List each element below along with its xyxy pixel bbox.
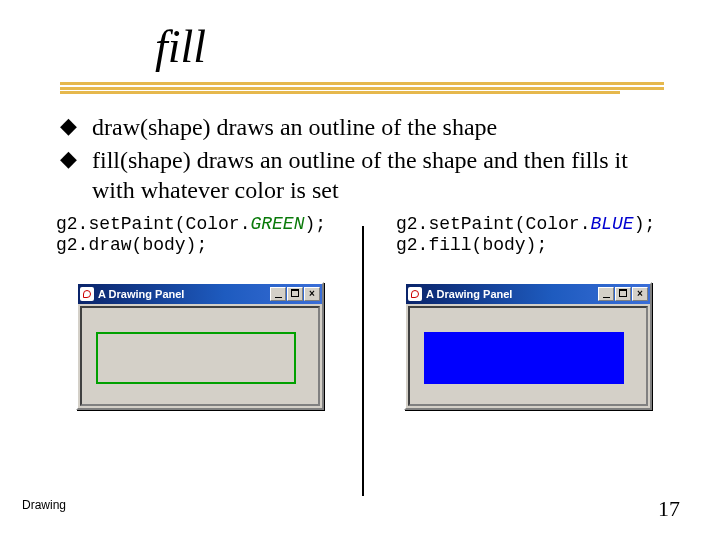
window-titlebar[interactable]: A Drawing Panel × — [406, 284, 650, 304]
rect-outline-green — [96, 332, 296, 384]
rule-stripe — [60, 87, 664, 90]
rule-stripe — [60, 91, 620, 94]
java-icon — [408, 287, 422, 301]
canvas-area — [408, 306, 648, 406]
code-text: g2.fill(body); — [396, 235, 547, 255]
slide: fill ◆ draw(shape) draws an outline of t… — [0, 0, 720, 540]
window-frame: A Drawing Panel × — [76, 282, 324, 410]
bullet-item: ◆ draw(shape) draws an outline of the sh… — [60, 112, 670, 143]
window-left: A Drawing Panel × — [76, 282, 324, 410]
maximize-button[interactable] — [615, 287, 631, 301]
minimize-icon — [603, 297, 610, 298]
minimize-button[interactable] — [598, 287, 614, 301]
rect-filled-blue — [424, 332, 624, 384]
close-button[interactable]: × — [632, 287, 648, 301]
code-text: g2.draw(body); — [56, 235, 207, 255]
bullet-item: ◆ fill(shape) draws an outline of the sh… — [60, 145, 670, 206]
window-titlebar[interactable]: A Drawing Panel × — [78, 284, 322, 304]
code-text: g2.setPaint(Color. — [56, 214, 250, 234]
slide-title: fill — [155, 20, 206, 73]
minimize-button[interactable] — [270, 287, 286, 301]
maximize-icon — [619, 289, 627, 297]
footer-label: Drawing — [22, 498, 66, 512]
close-button[interactable]: × — [304, 287, 320, 301]
bullet-icon: ◆ — [60, 145, 82, 206]
bullet-icon: ◆ — [60, 112, 82, 143]
code-left: g2.setPaint(Color.GREEN); g2.draw(body); — [56, 214, 326, 256]
bullet-text: draw(shape) draws an outline of the shap… — [92, 112, 497, 143]
minimize-icon — [275, 297, 282, 298]
rule-stripe — [60, 82, 664, 85]
bullet-list: ◆ draw(shape) draws an outline of the sh… — [60, 112, 670, 208]
maximize-icon — [291, 289, 299, 297]
close-icon: × — [637, 288, 643, 300]
java-icon — [80, 287, 94, 301]
window-title-text: A Drawing Panel — [426, 288, 597, 300]
page-number: 17 — [658, 496, 680, 522]
code-text: g2.setPaint(Color. — [396, 214, 590, 234]
bullet-text: fill(shape) draws an outline of the shap… — [92, 145, 670, 206]
code-right: g2.setPaint(Color.BLUE); g2.fill(body); — [396, 214, 655, 256]
code-text: ); — [304, 214, 326, 234]
code-text: ); — [634, 214, 656, 234]
vertical-divider — [362, 226, 364, 496]
window-buttons: × — [269, 287, 320, 301]
maximize-button[interactable] — [287, 287, 303, 301]
window-title-text: A Drawing Panel — [98, 288, 269, 300]
divider-rule — [60, 82, 664, 96]
window-right: A Drawing Panel × — [404, 282, 652, 410]
window-buttons: × — [597, 287, 648, 301]
canvas-area — [80, 306, 320, 406]
code-keyword: BLUE — [590, 214, 633, 234]
close-icon: × — [309, 288, 315, 300]
code-keyword: GREEN — [250, 214, 304, 234]
window-frame: A Drawing Panel × — [404, 282, 652, 410]
